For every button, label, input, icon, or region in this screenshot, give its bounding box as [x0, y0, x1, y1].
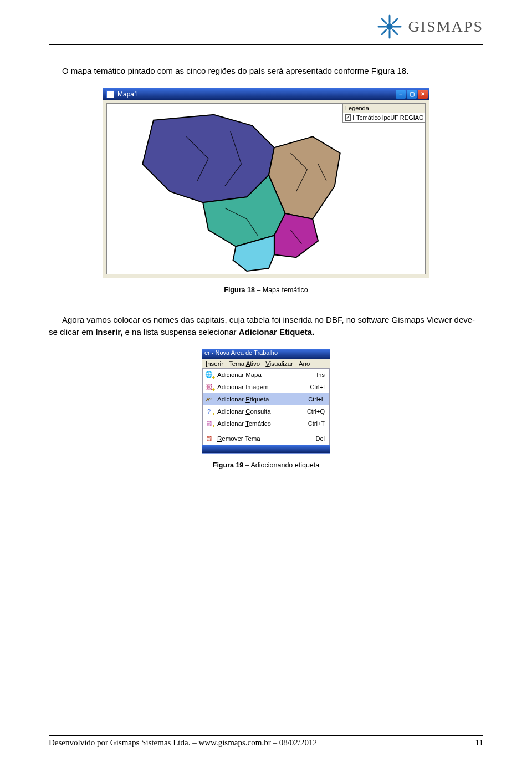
window-icon	[106, 90, 114, 98]
remove-icon: ▧	[204, 434, 214, 443]
legend-title: Legenda	[343, 104, 425, 113]
menu-item-label: Adicionar Temático	[217, 420, 305, 427]
menu-item-adicionar-imagem[interactable]: 🖼Adicionar ImagemCtrl+I	[203, 381, 329, 393]
brand-name: GISMAPS	[408, 18, 483, 35]
legend-item[interactable]: ✓ Temático ipcUF REGIAO	[343, 113, 425, 122]
maximize-button[interactable]: ▢	[407, 90, 417, 99]
page-header: GISMAPS	[49, 0, 483, 40]
second-paragraph: Agora vamos colocar os nomes das capitai…	[49, 314, 483, 339]
svg-line-5	[393, 30, 397, 34]
legend-swatch-icon	[353, 115, 354, 120]
page-footer: Desenvolvido por Gismaps Sistemas Ltda. …	[49, 735, 483, 747]
window-title: Mapa1	[117, 90, 138, 98]
footer-divider	[49, 735, 483, 736]
svg-line-4	[382, 19, 386, 23]
figure-19-caption: Figura 19 – Adiocionando etiqueta	[49, 461, 483, 469]
footer-text: Desenvolvido por Gismaps Sistemas Ltda. …	[49, 738, 317, 747]
menu-item-adicionar-consulta[interactable]: ?Adicionar ConsultaCtrl+Q	[203, 405, 329, 417]
figure-19: er - Nova Area de Trabalho Inserir Tema …	[49, 349, 483, 469]
menu-item-shortcut: Ctrl+L	[308, 396, 327, 403]
svg-line-6	[393, 19, 397, 23]
menu-item-adicionar-temático[interactable]: ▨Adicionar TemáticoCtrl+T	[203, 417, 329, 430]
menu-item-shortcut: Ctrl+Q	[307, 408, 327, 415]
menu-item-label: Remover Tema	[217, 435, 312, 442]
menu-item-remover-tema[interactable]: ▧Remover TemaDel	[203, 432, 329, 445]
menu-screenshot: er - Nova Area de Trabalho Inserir Tema …	[202, 349, 330, 454]
menu-item-label: Adicionar Mapa	[217, 371, 313, 378]
inserir-dropdown: 🌐Adicionar MapaIns🖼Adicionar ImagemCtrl+…	[202, 368, 330, 445]
brand-logo-icon	[376, 13, 403, 40]
map-window: Mapa1 – ▢ ✕	[103, 88, 429, 278]
page-number: 11	[475, 738, 483, 747]
query-icon: ?	[204, 407, 214, 416]
minimize-button[interactable]: –	[396, 90, 406, 99]
menubar: Inserir Tema Ativo Visualizar Ano	[202, 359, 330, 368]
figure-18-caption: Figura 18 – Mapa temático	[49, 286, 483, 294]
menu-item-label: Adicionar Imagem	[217, 384, 306, 390]
menubar-item-visualizar[interactable]: Visualizar	[265, 360, 293, 367]
menu-separator	[205, 431, 327, 431]
intro-paragraph: O mapa temático pintado com as cinco reg…	[49, 65, 483, 78]
image-icon: 🖼	[204, 383, 214, 391]
screenshot-bottom-edge	[202, 445, 330, 453]
legend-item-label: Temático ipcUF REGIAO	[356, 114, 424, 121]
menubar-item-inserir[interactable]: Inserir	[206, 360, 223, 367]
menu-item-label: Adicionar Consulta	[217, 408, 304, 415]
legend-panel: Legenda ✓ Temático ipcUF REGIAO	[342, 103, 426, 123]
window-body: Legenda ✓ Temático ipcUF REGIAO	[103, 100, 429, 278]
menu-item-shortcut: Del	[315, 435, 327, 442]
menu-item-adicionar-mapa[interactable]: 🌐Adicionar MapaIns	[203, 369, 329, 381]
svg-line-7	[382, 30, 386, 34]
menu-item-label: Adicionar Etiqueta	[217, 396, 305, 403]
thematic-icon: ▨	[204, 419, 214, 428]
map-canvas	[106, 103, 426, 274]
menubar-item-tema-ativo[interactable]: Tema Ativo	[229, 360, 260, 367]
menu-item-shortcut: Ctrl+T	[308, 420, 327, 427]
window-titlebar: Mapa1 – ▢ ✕	[103, 88, 429, 100]
header-divider	[49, 44, 483, 45]
legend-checkbox[interactable]: ✓	[345, 114, 351, 121]
menubar-item-extra[interactable]: Ano	[299, 360, 310, 367]
menu-item-shortcut: Ctrl+I	[310, 384, 327, 390]
label-icon: Aᵅ	[204, 395, 214, 404]
menu-item-adicionar-etiqueta[interactable]: AᵅAdicionar EtiquetaCtrl+L	[203, 393, 329, 405]
map-icon: 🌐	[204, 370, 214, 379]
close-button[interactable]: ✕	[418, 90, 428, 99]
svg-point-8	[386, 23, 393, 30]
menu-item-shortcut: Ins	[316, 371, 327, 378]
figure-18: Mapa1 – ▢ ✕	[49, 88, 483, 294]
menu-window-titlebar: er - Nova Area de Trabalho	[202, 349, 330, 359]
